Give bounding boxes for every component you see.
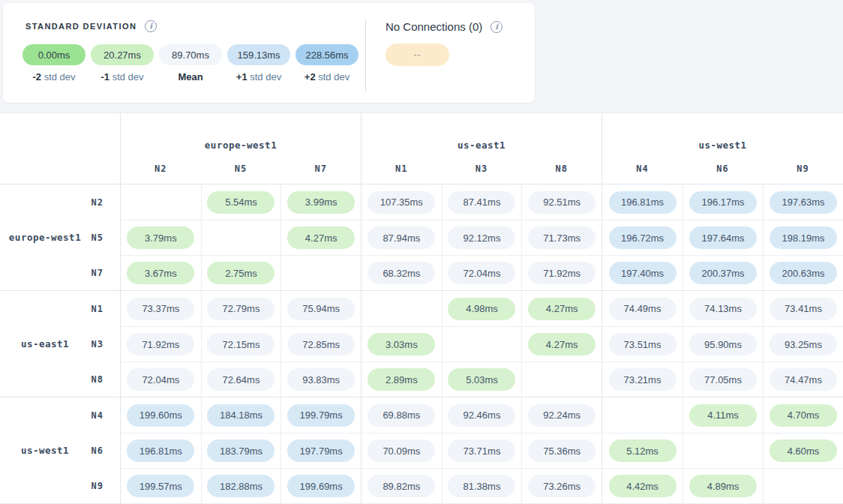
matrix-cell: 75.94ms — [280, 291, 361, 326]
latency-chip: 92.46ms — [448, 404, 515, 427]
matrix-cell: 196.17ms — [682, 184, 763, 220]
no-connections-chip: -- — [386, 44, 449, 66]
row-node-label: N5 — [92, 232, 104, 243]
matrix-cell: 92.46ms — [442, 398, 522, 433]
latency-chip: 71.92ms — [127, 333, 194, 356]
matrix-cell: 2.75ms — [201, 256, 281, 290]
latency-chip: 81.38ms — [448, 475, 515, 497]
matrix-cell: 2.89ms — [362, 362, 442, 397]
latency-chip: 77.05ms — [689, 368, 757, 391]
latency-chip: 197.64ms — [689, 226, 757, 249]
matrix-cell-empty — [763, 469, 843, 503]
latency-chip: 5.03ms — [448, 368, 515, 391]
latency-chip: 73.71ms — [448, 440, 515, 462]
row-group-us-west1: N4199.60ms184.18ms199.79ms69.88ms92.46ms… — [0, 397, 843, 503]
legend-chip: 159.13ms — [227, 44, 290, 65]
row-header: N8 — [0, 362, 120, 397]
latency-chip: 182.88ms — [207, 475, 274, 497]
latency-chip: 95.90ms — [689, 333, 757, 356]
matrix-cell: 73.37ms — [121, 291, 201, 326]
row-header: N4 — [0, 398, 120, 433]
latency-chip: 3.79ms — [127, 226, 194, 249]
legend-chip-label: -1 std dev — [91, 71, 154, 82]
matrix-cell: 69.88ms — [362, 398, 442, 433]
matrix-cell: 73.21ms — [602, 362, 682, 397]
cell-group: 196.81ms183.79ms197.79ms — [120, 433, 361, 468]
latency-chip: 4.98ms — [448, 298, 515, 320]
matrix-cell: 183.79ms — [201, 434, 281, 468]
info-icon[interactable]: i — [145, 20, 157, 32]
matrix-cell-empty — [201, 220, 281, 255]
matrix-cell: 4.98ms — [442, 291, 522, 326]
latency-chip: 199.79ms — [287, 404, 355, 427]
latency-chip: 3.03ms — [368, 333, 435, 356]
cell-group: 73.21ms77.05ms74.47ms — [602, 362, 843, 397]
latency-chip: 198.19ms — [770, 226, 837, 249]
matrix-cell: 72.85ms — [280, 327, 361, 362]
matrix-cell: 196.81ms — [121, 434, 201, 468]
matrix-cell: 87.41ms — [442, 184, 522, 220]
matrix-cell: 72.79ms — [201, 291, 281, 326]
cell-group: 74.49ms74.13ms73.41ms — [602, 291, 843, 326]
matrix-cell: 4.27ms — [521, 291, 602, 326]
matrix-cell: 4.27ms — [521, 327, 602, 362]
matrix-cell: 71.92ms — [521, 256, 602, 290]
matrix-cell: 4.42ms — [602, 469, 682, 503]
cell-group: 68.32ms72.04ms71.92ms — [361, 255, 602, 290]
latency-chip: 72.79ms — [207, 298, 274, 320]
matrix-row: us-east1N371.92ms72.15ms72.85ms3.03ms4.2… — [0, 326, 843, 362]
legend-chips: 0.00ms20.27ms89.70ms159.13ms228.56ms — [22, 44, 358, 65]
matrix-cell: 72.64ms — [201, 362, 281, 397]
latency-chip: 196.81ms — [609, 191, 676, 214]
row-node-label: N6 — [92, 446, 104, 456]
latency-chip: 197.63ms — [770, 191, 837, 214]
no-connections-section: No Connections (0) i -- — [386, 20, 502, 66]
latency-chip: 72.85ms — [287, 333, 355, 356]
no-connections-label: No Connections (0) — [386, 20, 482, 33]
matrix-cell: 200.63ms — [763, 256, 843, 290]
latency-chip: 4.70ms — [770, 404, 837, 427]
matrix-cell: 74.13ms — [682, 291, 763, 326]
cell-group: 4.98ms4.27ms — [361, 291, 602, 326]
latency-chip: 72.04ms — [448, 262, 515, 284]
matrix-cell: 197.63ms — [763, 184, 843, 220]
latency-chip: 72.64ms — [207, 368, 274, 391]
matrix-cell: 199.79ms — [280, 398, 361, 433]
matrix-cell: 184.18ms — [201, 398, 281, 433]
cell-group: 87.94ms92.12ms71.73ms — [361, 220, 602, 255]
latency-chip: 87.94ms — [368, 226, 435, 249]
matrix-cell: 71.92ms — [121, 327, 201, 362]
row-region-label: us-east1 — [0, 338, 90, 350]
latency-chip: 200.37ms — [689, 262, 757, 284]
matrix-cell: 70.09ms — [362, 434, 442, 468]
cell-group: 197.40ms200.37ms200.63ms — [602, 255, 843, 290]
row-node-label: N4 — [92, 410, 104, 421]
latency-chip: 92.24ms — [528, 404, 596, 427]
latency-chip: 73.41ms — [770, 298, 837, 320]
standard-deviation-title: STANDARD DEVIATION — [26, 22, 136, 31]
latency-chip: 73.37ms — [127, 298, 194, 320]
legend-labels: -2 std dev-1 std devMean+1 std dev+2 std… — [22, 71, 358, 82]
matrix-cell: 197.79ms — [280, 434, 361, 468]
latency-chip: 70.09ms — [368, 440, 435, 462]
matrix-cell-empty — [362, 291, 442, 326]
matrix-row: N4199.60ms184.18ms199.79ms69.88ms92.46ms… — [0, 398, 843, 433]
matrix-cell: 81.38ms — [442, 469, 522, 503]
column-region-label: europe-west1 — [121, 140, 361, 151]
matrix-cell: 68.32ms — [362, 256, 442, 290]
matrix-cell-empty — [602, 398, 682, 433]
legend-chip: 228.56ms — [296, 44, 358, 65]
latency-chip: 2.89ms — [368, 368, 435, 391]
column-group-us-east1: us-east1N1N3N8 — [361, 113, 602, 184]
latency-chip: 73.26ms — [528, 475, 596, 497]
latency-chip: 72.15ms — [207, 333, 274, 356]
info-icon[interactable]: i — [490, 21, 502, 33]
cell-group: 4.42ms4.89ms — [602, 468, 843, 503]
row-header: us-west1N6 — [0, 433, 120, 468]
column-node-label: N3 — [442, 164, 522, 174]
matrix-cell: 3.79ms — [121, 220, 201, 255]
matrix-cell: 3.99ms — [280, 184, 361, 220]
latency-chip: 199.60ms — [127, 404, 194, 427]
matrix-cell: 73.71ms — [442, 434, 522, 468]
latency-chip: 73.21ms — [609, 368, 676, 391]
